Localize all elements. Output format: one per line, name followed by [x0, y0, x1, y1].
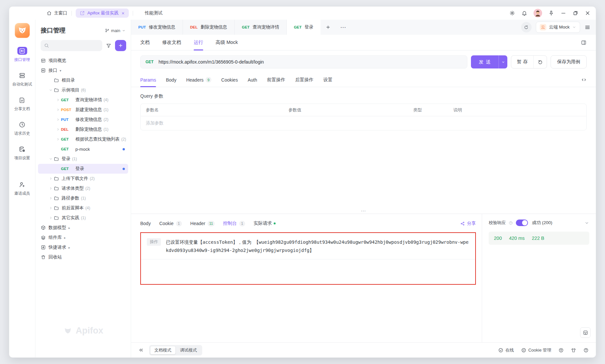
branch-selector[interactable]: main	[105, 28, 126, 33]
tab-Params[interactable]: Params	[140, 73, 156, 87]
add-new-button[interactable]	[115, 40, 126, 51]
close-tab-icon[interactable]	[121, 11, 125, 15]
tree-row-示例项目[interactable]: 示例项目(6)	[38, 85, 128, 95]
response-tab-Body[interactable]: Body	[140, 221, 151, 226]
tab-高级 Mock[interactable]: 高级 Mock	[216, 35, 238, 50]
validate-response-toggle[interactable]	[516, 220, 528, 226]
splitter-handle[interactable]: ⋯	[361, 209, 366, 213]
tab-设置[interactable]: 设置	[323, 73, 332, 87]
mode-调试模式[interactable]: 调试模式	[176, 346, 201, 354]
rail-item-4[interactable]: 请求历史	[12, 121, 32, 136]
endpoint-tab-2[interactable]: DEL删除宠物信息	[183, 20, 235, 35]
tree-row-修改宠物信息[interactable]: PUT修改宠物信息(2)	[38, 115, 128, 125]
tree-row-查询宠物详情[interactable]: GET查询宠物详情(4)	[38, 95, 128, 105]
rail-item-1[interactable]: 接口管理	[12, 47, 32, 63]
settings-gear-icon[interactable]	[509, 10, 515, 16]
chevron-down-icon[interactable]	[48, 88, 54, 92]
layout-toggle-button[interactable]	[580, 327, 591, 338]
tab-Auth[interactable]: Auth	[248, 73, 257, 87]
rail-item-2[interactable]: 自动化测试	[12, 71, 32, 87]
send-options-caret[interactable]	[498, 55, 507, 68]
code-icon[interactable]	[581, 77, 587, 83]
chevron-right-icon[interactable]	[48, 216, 54, 220]
perf-test-tab[interactable]: 性能测试	[145, 10, 163, 16]
tree-row-项目概览[interactable]: 项目概览	[38, 56, 128, 66]
pin-window-icon[interactable]	[548, 10, 554, 16]
send-button[interactable]: 发送	[471, 55, 498, 68]
user-avatar[interactable]	[534, 9, 542, 17]
endpoint-tab-4[interactable]: GET登录	[287, 20, 321, 35]
chevron-down-icon[interactable]	[584, 220, 589, 225]
tree-row-回收站[interactable]: 回收站	[38, 252, 128, 262]
tree-row-其它实践[interactable]: 其它实践(1)	[38, 213, 128, 223]
rail-item-5[interactable]: 项目设置	[12, 145, 32, 161]
endpoint-tab-3[interactable]: GET查询宠物详情	[235, 20, 287, 35]
tab-Cookies[interactable]: Cookies	[221, 73, 238, 87]
apifox-fox-logo[interactable]	[15, 23, 30, 38]
tab-Headers[interactable]: Headers9	[186, 73, 211, 87]
rail-item-3[interactable]: 分享文档	[12, 96, 32, 112]
tab-运行[interactable]: 运行	[194, 35, 203, 50]
tab-后置操作[interactable]: 后置操作	[295, 73, 313, 87]
tree-row-接口[interactable]: 接口▾	[38, 66, 128, 75]
help-button[interactable]	[583, 348, 589, 353]
stash-button[interactable]: 暂存	[511, 59, 533, 65]
upgrade-button[interactable]	[558, 348, 564, 353]
chevron-right-icon[interactable]	[48, 196, 54, 200]
share-link[interactable]: 分享	[460, 220, 476, 226]
tree-row-快捷请求[interactable]: 快捷请求▸	[38, 242, 128, 252]
chevron-right-icon[interactable]	[48, 206, 54, 210]
home-window-tab[interactable]: 主窗口	[47, 10, 68, 16]
filter-funnel-icon[interactable]	[106, 43, 111, 48]
chevron-right-icon[interactable]	[55, 108, 61, 112]
horizontal-splitter[interactable]: ⋯	[131, 209, 596, 214]
tree-row-前后置脚本[interactable]: 前后置脚本(4)	[38, 203, 128, 213]
chevron-right-icon[interactable]	[55, 118, 61, 122]
mode-文档模式[interactable]: 文档模式	[150, 346, 176, 354]
url-input[interactable]: GET https://mock.apifox.com/m1/3656905-0…	[140, 55, 467, 68]
chevron-right-icon[interactable]	[55, 98, 61, 102]
mock-environment-selector[interactable]: 云 云端 Mock	[536, 22, 580, 33]
endpoint-tab-1[interactable]: PUT修改宠物信息	[131, 20, 183, 35]
menu-hamburger-icon[interactable]	[584, 24, 591, 30]
tree-row-删除宠物信息[interactable]: DEL删除宠物信息(1)	[38, 125, 128, 134]
response-tab-实际请求[interactable]: 实际请求	[254, 220, 276, 226]
chevron-right-icon[interactable]	[55, 137, 61, 141]
more-tabs-button[interactable]: ⋯	[336, 20, 351, 35]
tree-row-登录[interactable]: GET登录	[38, 164, 128, 174]
tree-row-p-mock[interactable]: GETp-mock	[38, 144, 128, 154]
notifications-bell-icon[interactable]	[521, 10, 527, 16]
tab-文档[interactable]: 文档	[140, 35, 150, 50]
online-status[interactable]: 在线	[498, 347, 514, 353]
response-tab-Header[interactable]: Header11	[190, 221, 215, 226]
chevron-right-icon[interactable]	[48, 186, 54, 190]
save-as-example-button[interactable]: 保存为用例	[551, 55, 587, 68]
project-tab-active[interactable]: Apifox 最佳实践	[76, 9, 129, 18]
tree-row-登录[interactable]: 登录(1)	[38, 154, 128, 164]
help-circle-icon[interactable]	[509, 221, 513, 225]
search-input[interactable]	[41, 40, 102, 51]
add-param-row[interactable]: 添加参数	[141, 116, 586, 130]
new-tab-button[interactable]	[321, 20, 336, 35]
response-tab-控制台[interactable]: 控制台1	[223, 220, 245, 226]
tree-row-组件库[interactable]: 组件库▸	[38, 233, 128, 242]
panel-toggle-icon[interactable]	[581, 40, 587, 46]
tree-row-数据模型[interactable]: 数据模型▸	[38, 223, 128, 233]
cookie-manager[interactable]: Cookie 管理	[521, 347, 551, 353]
tab-前置操作[interactable]: 前置操作	[267, 73, 285, 87]
tree-row-请求体类型[interactable]: 请求体类型(2)	[38, 183, 128, 193]
tab-修改文档[interactable]: 修改文档	[162, 35, 181, 50]
close-window-icon[interactable]	[585, 10, 591, 16]
chevron-right-icon[interactable]	[48, 177, 54, 181]
restore-window-icon[interactable]	[573, 10, 578, 16]
tree-row-上传下载文件[interactable]: 上传下载文件(2)	[38, 174, 128, 183]
refresh-button[interactable]	[521, 22, 532, 32]
collapse-sidebar-icon[interactable]	[138, 347, 144, 353]
theme-skin-button[interactable]	[571, 348, 576, 353]
chevron-down-icon[interactable]	[48, 157, 54, 161]
tree-row-根据状态查找宠物列表[interactable]: GET根据状态查找宠物列表(2)	[38, 134, 128, 144]
minimize-icon[interactable]	[560, 10, 566, 16]
chevron-right-icon[interactable]	[55, 127, 61, 131]
tree-row-根目录[interactable]: 根目录	[38, 75, 128, 85]
tab-Body[interactable]: Body	[166, 73, 176, 87]
